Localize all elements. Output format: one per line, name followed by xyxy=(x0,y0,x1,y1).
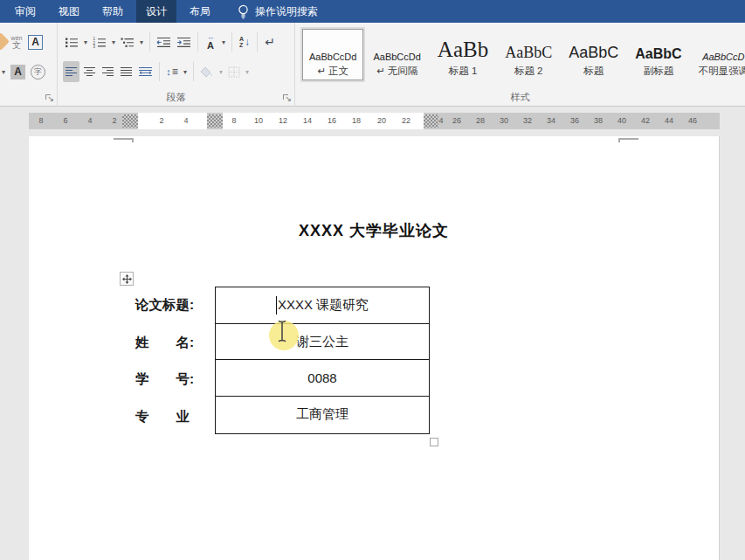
numbered-list-icon: 123 xyxy=(93,37,107,48)
align-left-button[interactable] xyxy=(63,61,79,82)
ruler-number: 12 xyxy=(279,113,287,129)
bullets-button[interactable] xyxy=(63,31,80,52)
style-card[interactable]: AaBbCcD不明显强调 xyxy=(692,29,745,80)
form-row-label[interactable]: 姓 名: xyxy=(135,324,194,362)
text-insertion-caret xyxy=(276,296,277,315)
form-row-label[interactable]: 学 号: xyxy=(135,361,194,398)
ruler-number: 18 xyxy=(352,113,361,129)
form-table-cell[interactable]: 工商管理 xyxy=(216,397,429,433)
ribbon-tab[interactable]: 帮助 xyxy=(93,0,133,23)
font-dialog-launcher[interactable]: ↘ xyxy=(45,93,54,103)
style-preview: AaBbCcD xyxy=(702,31,744,62)
form-table-cell[interactable]: 谢三公主 xyxy=(216,324,429,361)
clipped-dropdown-caret[interactable]: ▾ xyxy=(0,68,7,76)
ruler-number: 4 xyxy=(183,113,188,129)
ruler-number: 8 xyxy=(38,113,43,129)
shading-dropdown[interactable]: ▾ xyxy=(217,68,224,76)
style-preview: AaBbCcDd xyxy=(309,31,356,62)
align-right-icon xyxy=(101,66,114,77)
divider xyxy=(231,32,232,52)
ruler-number: 20 xyxy=(377,113,386,129)
font-group-fragment: wén 文 A ▾ A 字 ↘ xyxy=(0,23,58,106)
document-page[interactable]: XXXX 大学毕业论文 论文标题:姓 名:学 号:专 业 XXXX 课题研究谢三… xyxy=(29,136,720,560)
multilevel-list-button[interactable] xyxy=(119,31,136,52)
ribbon-tab[interactable]: 布局 xyxy=(180,0,220,23)
justify-button[interactable] xyxy=(118,61,135,82)
style-card[interactable]: AaBbCcDd↵ 无间隔 xyxy=(366,29,427,80)
numbering-button[interactable]: 123 xyxy=(91,31,108,52)
ibeam-cursor xyxy=(277,320,287,342)
ruler-text-area xyxy=(223,113,424,129)
style-card[interactable]: AaBbCcDd↵ 正文 xyxy=(302,29,363,80)
style-card[interactable]: AaBbC标题 xyxy=(562,29,625,80)
decrease-indent-icon xyxy=(156,37,171,48)
show-hide-marks-button[interactable]: ↵ xyxy=(262,31,278,52)
ribbon-tab[interactable]: 视图 xyxy=(49,0,89,23)
line-spacing-button[interactable]: ↕≡ xyxy=(164,61,180,82)
ruler-number: 26 xyxy=(452,113,461,129)
style-card[interactable]: AaBbC标题 2 xyxy=(498,29,559,80)
form-table: XXXX 课题研究谢三公主0088工商管理 xyxy=(215,287,430,434)
character-shading-button[interactable]: A xyxy=(9,61,27,82)
style-name: 标题 xyxy=(583,62,604,80)
sort-icon: AZ ↓ xyxy=(239,36,250,48)
character-border-icon: A xyxy=(28,35,43,50)
asian-layout-button[interactable]: ↔ A xyxy=(203,31,218,52)
paragraph-group: ▾ 123 ▾ ▾ xyxy=(58,23,295,106)
styles-group: AaBbCcDd↵ 正文AaBbCcDd↵ 无间隔AaBb标题 1AaBbC标题… xyxy=(295,23,745,106)
align-right-button[interactable] xyxy=(100,61,116,82)
horizontal-ruler[interactable]: 8642248101214161820224262830323436384042… xyxy=(29,113,720,129)
style-name: ↵ 无间隔 xyxy=(376,62,417,80)
ruler-number: 4 xyxy=(87,113,92,129)
ruler-table-column-marker[interactable] xyxy=(424,114,438,128)
distribute-icon xyxy=(138,66,153,78)
paragraph-group-label: 段落 xyxy=(58,91,294,104)
tell-me-search[interactable]: 操作说明搜索 xyxy=(238,0,318,23)
multilevel-list-icon xyxy=(121,37,135,48)
character-border-button[interactable]: A xyxy=(26,31,45,52)
distribute-button[interactable] xyxy=(136,61,155,82)
phonetic-guide-button[interactable]: wén 文 xyxy=(9,31,24,52)
align-center-button[interactable] xyxy=(81,61,98,82)
asian-layout-dropdown[interactable]: ▾ xyxy=(220,38,227,46)
numbering-dropdown[interactable]: ▾ xyxy=(110,38,117,46)
ruler-table-column-marker[interactable] xyxy=(122,114,138,128)
multilevel-dropdown[interactable]: ▾ xyxy=(138,38,145,46)
ruler-table-column-marker[interactable] xyxy=(207,114,223,128)
borders-dropdown[interactable]: ▾ xyxy=(244,68,251,76)
ruler-number: 34 xyxy=(547,113,555,129)
form-table-cell[interactable]: 0088 xyxy=(216,360,429,397)
form-row-label[interactable]: 论文标题: xyxy=(135,287,194,324)
style-preview: AaBbC xyxy=(569,31,618,62)
ribbon-tab[interactable]: 审阅 xyxy=(5,0,45,23)
ribbon-tab[interactable]: 设计 xyxy=(136,0,176,23)
ruler-number: 46 xyxy=(688,113,697,129)
table-move-handle[interactable] xyxy=(120,272,134,286)
style-card[interactable]: AaBbC副标题 xyxy=(628,29,688,80)
increase-indent-button[interactable] xyxy=(175,31,193,52)
bullets-dropdown[interactable]: ▾ xyxy=(82,38,89,46)
style-card[interactable]: AaBb标题 1 xyxy=(431,29,495,80)
sort-button[interactable]: AZ ↓ xyxy=(237,31,252,52)
borders-button[interactable] xyxy=(226,61,242,82)
enclose-characters-button[interactable]: 字 xyxy=(29,61,47,82)
divider xyxy=(197,32,198,52)
bullet-list-icon xyxy=(65,37,79,48)
shading-button[interactable] xyxy=(198,61,216,82)
divider xyxy=(149,32,150,52)
word-window: 审阅视图帮助设计布局 操作说明搜索 wén 文 A xyxy=(0,0,745,560)
divider xyxy=(257,32,258,52)
search-label: 操作说明搜索 xyxy=(255,4,318,19)
ribbon-tab-bar: 审阅视图帮助设计布局 操作说明搜索 xyxy=(0,0,745,23)
lightbulb-icon xyxy=(238,4,249,19)
ruler-number: 2 xyxy=(159,113,163,129)
form-table-cell[interactable]: XXXX 课题研究 xyxy=(216,287,429,324)
ruler-number: 28 xyxy=(476,113,485,129)
paint-bucket-icon xyxy=(200,66,214,78)
paragraph-dialog-launcher[interactable]: ↘ xyxy=(282,93,292,103)
form-row-label[interactable]: 专 业 xyxy=(135,398,194,436)
document-title[interactable]: XXXX 大学毕业论文 xyxy=(29,220,719,241)
line-spacing-dropdown[interactable]: ▾ xyxy=(182,68,189,76)
decrease-indent-button[interactable] xyxy=(155,31,173,52)
table-resize-handle[interactable] xyxy=(430,438,438,446)
